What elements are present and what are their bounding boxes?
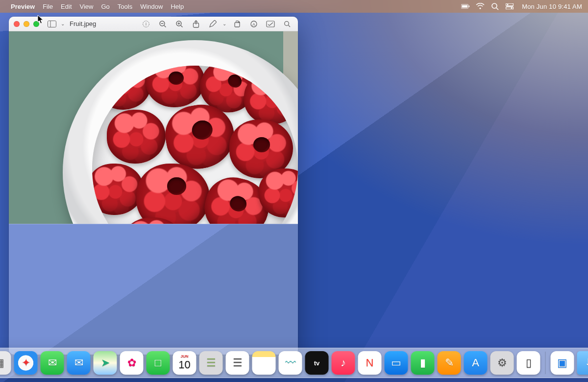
window-title: Fruit.jpeg [70, 20, 96, 27]
dock-app-iphone-mirror[interactable]: ▯ [517, 351, 540, 375]
menu-file[interactable]: File [43, 3, 53, 10]
window-traffic-lights [14, 21, 39, 27]
window-titlebar[interactable]: ⌄ Fruit.jpeg i ⌄ A [9, 17, 298, 31]
rotate-icon[interactable] [231, 19, 243, 29]
dock-app-safari[interactable]: ✦ [14, 351, 38, 375]
menu-edit[interactable]: Edit [61, 3, 72, 10]
dock-app-tv[interactable]: tv [305, 351, 329, 375]
dock-app-launchpad[interactable]: ▦ [0, 351, 11, 375]
dock-app-numbers[interactable]: ▮ [411, 351, 435, 375]
dock-app-music[interactable]: ♪ [332, 351, 355, 375]
dock-app-news[interactable]: N [358, 351, 382, 375]
dock-separator [545, 352, 546, 374]
svg-line-28 [289, 25, 291, 27]
dock-app-settings[interactable]: ⚙ [490, 351, 514, 375]
dock-app-calendar[interactable]: JUN10 [173, 351, 196, 375]
menu-tools[interactable]: Tools [118, 3, 132, 10]
dock-app-mail[interactable]: ✉ [67, 351, 91, 375]
battery-icon[interactable] [461, 2, 470, 11]
active-app-name[interactable]: Preview [11, 3, 35, 10]
menu-view[interactable]: View [80, 3, 94, 10]
svg-line-16 [164, 25, 166, 27]
svg-point-4 [492, 3, 497, 8]
menu-help[interactable]: Help [171, 3, 184, 10]
wifi-icon[interactable] [476, 2, 485, 11]
svg-rect-2 [469, 5, 470, 7]
svg-rect-10 [48, 21, 56, 27]
dock: ☺▦✦✉✉➤✿□JUN10☰☰〰tv♪N▭▮✎A⚙▯▣⬇🗑 [0, 348, 588, 378]
svg-point-7 [507, 4, 509, 5]
sidebar-toggle-icon[interactable] [46, 19, 58, 29]
preview-window[interactable]: ⌄ Fruit.jpeg i ⌄ A [9, 17, 298, 355]
menu-window[interactable]: Window [140, 3, 163, 10]
zoom-button[interactable] [33, 21, 39, 27]
image-content[interactable] [9, 31, 298, 224]
svg-text:A: A [252, 22, 255, 26]
menubar: Preview File Edit View Go Tools Window H… [0, 0, 588, 13]
share-icon[interactable] [190, 19, 202, 29]
dock-app-keynote[interactable]: ▭ [385, 351, 408, 375]
svg-point-9 [511, 7, 513, 9]
zoom-in-icon[interactable] [173, 19, 185, 29]
form-fill-icon[interactable] [265, 19, 276, 29]
calendar-month-label: JUN [180, 354, 188, 358]
dock-app-facetime[interactable]: □ [147, 351, 170, 375]
dock-app-reminders[interactable]: ☰ [226, 351, 249, 375]
menu-go[interactable]: Go [101, 3, 109, 10]
dock-app-pages[interactable]: ✎ [438, 351, 461, 375]
markup-chevron-icon[interactable]: ⌄ [222, 21, 226, 26]
info-icon[interactable]: i [140, 19, 152, 29]
svg-text:i: i [146, 22, 147, 26]
svg-point-27 [285, 21, 289, 25]
dock-app-notes[interactable] [252, 351, 276, 375]
svg-line-5 [496, 8, 498, 10]
dock-app-preview-running[interactable]: ▣ [551, 351, 574, 375]
dock-app-downloads-folder[interactable]: ⬇ [577, 351, 588, 375]
svg-rect-23 [235, 23, 240, 27]
dock-app-maps[interactable]: ➤ [94, 351, 117, 375]
zoom-out-icon[interactable] [157, 19, 169, 29]
spotlight-search-icon[interactable] [490, 2, 499, 11]
svg-rect-8 [506, 7, 514, 9]
svg-rect-26 [267, 21, 274, 27]
close-button[interactable] [14, 21, 20, 27]
menubar-clock[interactable]: Mon Jun 10 9:41 AM [522, 3, 582, 10]
toolbar-search-icon[interactable] [281, 19, 293, 29]
dock-app-freeform[interactable]: 〰 [279, 351, 302, 375]
dock-app-contacts[interactable]: ☰ [199, 351, 223, 375]
calendar-day-label: 10 [178, 358, 190, 371]
dock-app-messages[interactable]: ✉ [41, 351, 64, 375]
highlight-icon[interactable]: A [248, 19, 260, 29]
dock-app-photos[interactable]: ✿ [120, 351, 144, 375]
dock-app-appstore[interactable]: A [464, 351, 488, 375]
svg-rect-6 [506, 3, 514, 6]
svg-rect-1 [462, 5, 467, 8]
control-center-icon[interactable] [505, 2, 514, 11]
window-empty-pane [9, 224, 298, 355]
svg-line-20 [181, 25, 183, 27]
sidebar-chevron-icon[interactable]: ⌄ [61, 21, 65, 26]
svg-point-3 [480, 7, 481, 9]
minimize-button[interactable] [24, 21, 29, 27]
markup-icon[interactable] [207, 19, 219, 29]
